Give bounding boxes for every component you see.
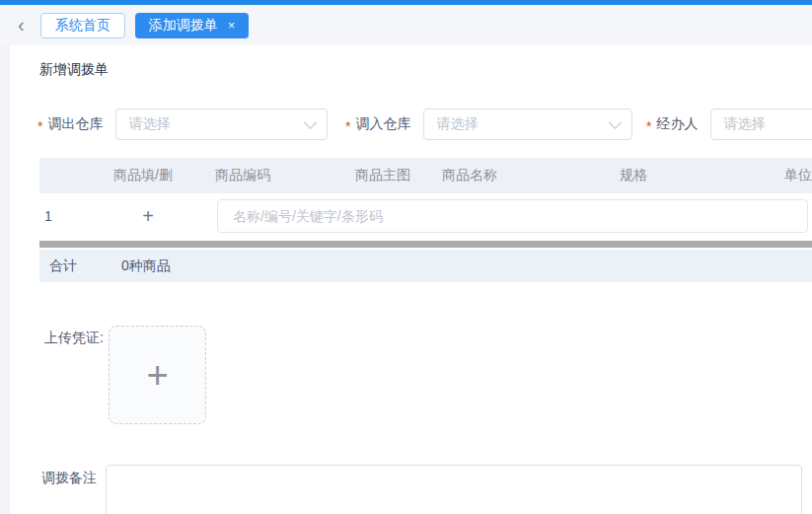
form-item-handler: * 经办人 请选择 [646, 109, 812, 140]
table-row: 1 + [39, 193, 812, 240]
transfer-remark-textarea[interactable] [106, 465, 802, 514]
select-placeholder: 请选择 [723, 115, 812, 133]
add-product-icon[interactable]: + [133, 203, 163, 229]
content-card: 新增调拨单 * 调出仓库 请选择 * 调入仓库 请选择 * 经办人 请选择 [10, 45, 812, 514]
col-header-unit: 单位 [784, 167, 812, 184]
form-item-target-warehouse: * 调入仓库 请选择 [345, 109, 632, 140]
tab-label: 添加调拨单 [149, 17, 218, 35]
tab-label: 系统首页 [55, 17, 111, 35]
total-value: 0种商品 [121, 257, 171, 275]
required-mark: * [37, 118, 42, 134]
tab-system-home[interactable]: 系统首页 [40, 13, 125, 38]
transfer-remark-label: 调拨备注 [41, 470, 97, 487]
chevron-down-icon [610, 116, 623, 129]
col-header-main-image: 商品主图 [355, 167, 410, 184]
field-label: 调出仓库 [47, 115, 103, 133]
required-mark: * [646, 118, 651, 134]
tab-close-icon[interactable]: × [228, 19, 236, 32]
upload-plus-icon: + [146, 356, 168, 394]
tabs-back-chevron-icon[interactable]: ‹ [12, 15, 31, 35]
product-search-input[interactable] [217, 199, 808, 233]
horizontal-scrollbar[interactable] [39, 241, 812, 248]
col-header-spec: 规格 [620, 167, 647, 184]
tab-bar: ‹ 系统首页 添加调拨单 × [0, 5, 812, 45]
total-row: 合计 0种商品 [39, 250, 812, 282]
handler-select[interactable]: 请选择 [710, 109, 812, 140]
upload-voucher-dropzone[interactable]: + [109, 326, 206, 424]
row-index: 1 [44, 208, 52, 224]
col-header-add-remove: 商品填/删 [113, 167, 173, 184]
required-mark: * [345, 118, 350, 134]
target-warehouse-select[interactable]: 请选择 [423, 109, 632, 140]
field-label: 经办人 [656, 115, 698, 133]
field-label: 调入仓库 [355, 115, 410, 133]
col-header-code: 商品编码 [215, 167, 270, 184]
select-placeholder: 请选择 [436, 115, 611, 133]
source-warehouse-select[interactable]: 请选择 [115, 109, 328, 140]
chevron-down-icon [305, 116, 318, 129]
warehouse-form-row: * 调出仓库 请选择 * 调入仓库 请选择 * 经办人 请选择 [10, 109, 812, 140]
select-placeholder: 请选择 [128, 115, 306, 133]
total-label: 合计 [49, 257, 77, 275]
col-header-name: 商品名称 [442, 167, 497, 184]
upload-voucher-label: 上传凭证: [44, 330, 104, 347]
form-item-source-warehouse: * 调出仓库 请选择 [37, 109, 328, 140]
goods-table: 商品填/删 商品编码 商品主图 商品名称 规格 单位 1 + 合计 0种商品 [39, 158, 812, 282]
tab-add-transfer-order[interactable]: 添加调拨单 × [135, 13, 250, 38]
page-title: 新增调拨单 [39, 61, 109, 79]
goods-table-header: 商品填/删 商品编码 商品主图 商品名称 规格 单位 [39, 158, 812, 193]
